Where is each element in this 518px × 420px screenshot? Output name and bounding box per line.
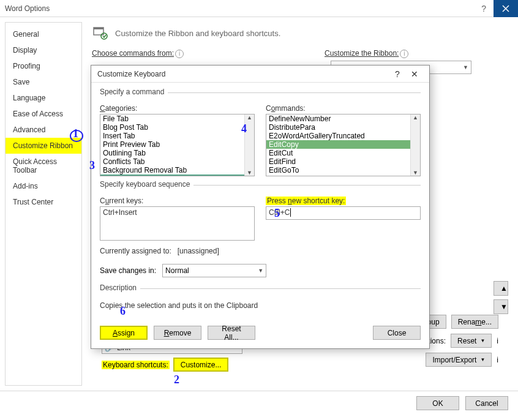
remove-button[interactable]: Remove — [154, 326, 201, 340]
save-changes-label: Save changes in: — [100, 266, 156, 275]
sidebar-item-language[interactable]: Language — [6, 90, 81, 106]
close-button[interactable]: Close — [373, 326, 421, 340]
sidebar-item-customize-ribbon[interactable]: Customize Ribbon — [6, 138, 81, 154]
info-icon[interactable]: i — [400, 50, 408, 58]
list-item[interactable]: Blog Post Tab — [100, 123, 254, 132]
reset-button[interactable]: Reset▼ — [451, 334, 492, 348]
sidebar-item-qat[interactable]: Quick Access Toolbar — [6, 154, 81, 178]
list-item[interactable]: Conflicts Tab — [100, 157, 254, 166]
list-item[interactable]: DefineNewNumber — [266, 114, 420, 123]
press-new-label: Press new shortcut key: — [266, 197, 421, 205]
cancel-button[interactable]: Cancel — [465, 396, 508, 410]
move-up-button[interactable]: ▲ — [494, 281, 508, 296]
help-icon[interactable]: ? — [474, 4, 494, 13]
assign-button[interactable]: Assign — [100, 326, 148, 340]
categories-label: Categories: — [100, 104, 255, 113]
titlebar: Word Options ? — [0, 0, 518, 17]
currently-assigned: Currently assigned to: [unassigned] — [100, 247, 421, 255]
heading-text: Customize the Ribbon and keyboard shortc… — [115, 29, 280, 38]
customize-button[interactable]: Customize... — [173, 358, 229, 372]
row-labels: Choose commands from:i Customize the Rib… — [92, 49, 508, 58]
customize-ribbon-label: Customize the Ribbon:i — [325, 49, 508, 58]
list-item[interactable]: Insert Tab — [100, 132, 254, 140]
sidebar-item-save[interactable]: Save — [6, 74, 81, 90]
reset-all-button[interactable]: Reset All... — [208, 326, 255, 340]
close-icon[interactable] — [494, 0, 518, 17]
description-label: Description — [100, 283, 140, 292]
customize-keyboard-dialog: Customize Keyboard ? ✕ Specify a command… — [91, 65, 430, 349]
sidebar-item-addins[interactable]: Add-ins — [6, 178, 81, 194]
scrollbar[interactable]: ▲▼ — [410, 114, 420, 176]
chevron-down-icon: ▼ — [463, 64, 468, 70]
sidebar-item-ease[interactable]: Ease of Access — [6, 106, 81, 122]
dialog-titlebar: Customize Keyboard ? ✕ — [91, 66, 429, 83]
sidebar: General Display Proofing Save Language E… — [5, 22, 82, 386]
description-text: Copies the selection and puts it on the … — [100, 301, 421, 310]
svg-point-4 — [101, 33, 107, 39]
list-item[interactable]: EditFind — [266, 157, 420, 166]
commands-listbox[interactable]: DefineNewNumber DistributePara E2oWordAr… — [266, 114, 421, 176]
commands-label: Commands: — [266, 104, 421, 113]
kb-shortcuts-label: Keyboard shortcuts: — [102, 361, 170, 369]
help-icon[interactable]: ? — [389, 69, 406, 79]
svg-rect-3 — [94, 28, 103, 29]
list-item[interactable]: DistributePara — [266, 123, 420, 132]
list-item[interactable]: Background Removal Tab — [100, 166, 254, 174]
sidebar-item-advanced[interactable]: Advanced — [6, 122, 81, 138]
sidebar-item-general[interactable]: General — [6, 26, 81, 42]
info-icon[interactable]: i — [497, 337, 498, 345]
current-keys-label: Current keys: — [100, 197, 255, 205]
press-new-input[interactable]: Ctrl+C — [266, 206, 421, 220]
sidebar-item-display[interactable]: Display — [6, 42, 81, 58]
list-item[interactable]: EditCopy — [266, 140, 420, 149]
list-item[interactable]: File Tab — [100, 114, 254, 123]
list-item[interactable]: EditCut — [266, 149, 420, 157]
move-down-button[interactable]: ▼ — [494, 299, 508, 314]
rename-button[interactable]: Rename... — [451, 315, 498, 329]
ok-button[interactable]: OK — [416, 396, 459, 410]
save-changes-dropdown[interactable]: Normal▼ — [162, 264, 266, 277]
specify-command-label: Specify a command — [100, 88, 168, 96]
import-export-button[interactable]: Import/Export▼ — [426, 353, 492, 367]
specify-sequence-label: Specify keyboard sequence — [100, 180, 193, 189]
list-item[interactable]: EditOfficeClipboard — [266, 174, 420, 176]
current-keys-box[interactable]: Ctrl+Insert — [100, 206, 255, 241]
chevron-down-icon: ▼ — [258, 268, 263, 274]
info-icon[interactable]: i — [175, 50, 184, 58]
info-icon[interactable]: i — [497, 356, 498, 364]
scrollbar[interactable]: ▲▼ — [244, 114, 254, 176]
list-item[interactable]: Print Preview Tab — [100, 140, 254, 149]
footer: OK Cancel — [0, 391, 518, 415]
close-icon[interactable]: ✕ — [406, 69, 423, 79]
heading: Customize the Ribbon and keyboard shortc… — [92, 24, 508, 42]
choose-from-label: Choose commands from:i — [92, 49, 276, 58]
window-title: Word Options — [5, 4, 474, 13]
dialog-title: Customize Keyboard — [97, 70, 389, 78]
list-item[interactable]: Home Tab — [100, 174, 254, 176]
list-item[interactable]: Outlining Tab — [100, 149, 254, 157]
save-changes-row: Save changes in: Normal▼ — [100, 264, 421, 277]
reorder-buttons: ▲ ▼ — [494, 281, 508, 314]
categories-listbox[interactable]: File Tab Blog Post Tab Insert Tab Print … — [100, 114, 255, 176]
list-item[interactable]: E2oWordArtGalleryTruncated — [266, 132, 420, 140]
ribbon-icon — [92, 24, 109, 42]
sidebar-item-trust[interactable]: Trust Center — [6, 194, 81, 210]
list-item[interactable]: EditGoTo — [266, 166, 420, 174]
sidebar-item-proofing[interactable]: Proofing — [6, 58, 81, 74]
